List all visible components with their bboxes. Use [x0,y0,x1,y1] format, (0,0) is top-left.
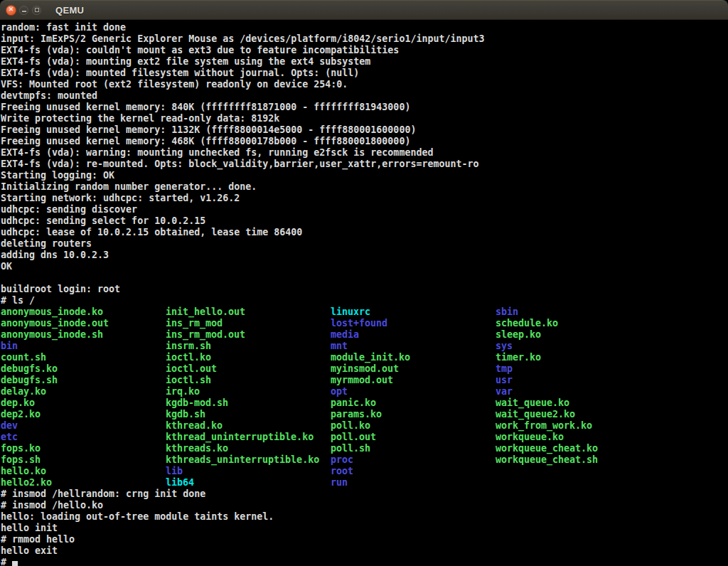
file-entry-exec: ioctl.out [166,363,331,375]
file-entry-exec: poll.out [331,432,496,443]
file-entry-exec: myinsmod.out [331,363,496,375]
maximize-button[interactable] [32,6,41,15]
file-entry-exec: ins_rm_mod.out [166,329,331,341]
ls-output-row: anonymous_inode.outins_rm_modlost+founds… [1,318,728,329]
minimize-button[interactable] [19,6,28,15]
file-entry-exec: sleep.ko [496,329,660,341]
file-entry-dir: tmp [496,363,660,375]
terminal-line: EXT4-fs (vda): re-mounted. Opts: block_v… [1,159,728,170]
file-entry-exec: irq.ko [166,386,331,397]
maximize-icon [35,8,39,12]
terminal-line: # rmmod hello [1,534,728,545]
terminal-line: devtmpfs: mounted [1,90,728,102]
file-entry-exec: panic.ko [331,397,496,409]
file-entry-exec: work_from_work.ko [496,420,660,432]
terminal-cursor [12,561,18,566]
terminal-line: random: fast init done [1,22,728,33]
file-entry-exec: params.ko [331,409,496,420]
terminal-line: hello exit [1,545,728,557]
file-entry-dir: lost+found [331,318,496,329]
file-entry-exec: dep.ko [1,397,166,409]
file-entry-exec: debugfs.ko [1,363,166,375]
file-entry-exec: wait_queue.ko [496,397,660,409]
file-entry-dir: proc [331,454,496,466]
terminal-line: adding dns 10.0.2.3 [1,250,728,261]
file-entry-dir: run [331,477,496,488]
terminal-line: Freeing unused kernel memory: 1132K (fff… [1,124,728,136]
file-entry-exec: workqueue_cheat.ko [496,443,660,454]
file-entry-exec: module_init.ko [331,352,496,363]
ls-output-row: bininsrm.shmntsys [1,341,728,352]
file-entry-dir: sbin [496,306,660,318]
terminal-line: udhcpc: sending discover [1,204,728,215]
file-entry-dir: lib [166,466,331,477]
file-entry-exec: kgdb.sh [166,409,331,420]
terminal-line: EXT4-fs (vda): mounted filesystem withou… [1,68,728,79]
window-title: QEMU [55,5,84,16]
terminal-line: # insmod /hellrandom: crng init done [1,488,728,500]
file-entry-exec: debugfs.sh [1,375,166,386]
file-entry-dir: usr [496,375,660,386]
file-entry-exec: kgdb-mod.sh [166,397,331,409]
file-entry-dir: opt [331,386,496,397]
file-entry-exec: hello2.ko [1,477,166,488]
file-entry-exec: hello.ko [1,466,166,477]
minimize-icon [22,11,26,12]
file-entry-exec: anonymous_inode.out [1,318,166,329]
file-entry-symlink: linuxrc [331,306,496,318]
file-entry-exec: anonymous_inode.sh [1,329,166,341]
terminal-line: Starting network: udhcpc: started, v1.26… [1,193,728,204]
terminal-line: hello: loading out-of-tree module taints… [1,511,728,523]
ls-output-row: count.shioctl.komodule_init.kotimer.ko [1,352,728,363]
file-entry-exec: anonymous_inode.ko [1,306,166,318]
ls-output-row: anonymous_inode.koinit_hello.outlinuxrcs… [1,306,728,318]
file-entry-exec: schedule.ko [496,318,660,329]
ls-output-row: hello2.kolib64run [1,477,728,488]
close-button[interactable]: ✕ [6,5,16,16]
file-entry-dir: media [331,329,496,341]
terminal-line: deleting routers [1,238,728,250]
file-entry-dir: sys [496,341,660,352]
file-entry-symlink: lib64 [166,477,331,488]
file-entry-dir: dev [1,420,166,432]
file-entry-exec: poll.ko [331,420,496,432]
file-entry-exec: fops.ko [1,443,166,454]
file-entry-exec: delay.ko [1,386,166,397]
terminal-line [1,272,728,284]
shell-prompt-line: # [1,557,728,566]
file-entry-exec: kthread.ko [166,420,331,432]
terminal-line: hello init [1,523,728,534]
ls-output-row: delay.koirq.kooptvar [1,386,728,397]
terminal-line: EXT4-fs (vda): couldn't mount as ext3 du… [1,45,728,56]
shell-prompt: # [1,557,12,566]
terminal-line: # ls / [1,295,728,306]
ls-output-row: fops.kokthreads.kopoll.shworkqueue_cheat… [1,443,728,454]
file-entry-dir: etc [1,432,166,443]
file-entry-exec: kthread_uninterruptible.ko [166,432,331,443]
ls-output-row: debugfs.shioctl.shmyrmmod.outusr [1,375,728,386]
terminal-line: buildroot login: root [1,284,728,295]
file-entry-exec: kthreads.ko [166,443,331,454]
terminal-line: # insmod /hello.ko [1,500,728,511]
file-entry-dir: root [331,466,496,477]
ls-output-row: debugfs.koioctl.outmyinsmod.outtmp [1,363,728,375]
file-entry-dir: mnt [331,341,496,352]
file-entry-exec: count.sh [1,352,166,363]
file-entry-exec: dep2.ko [1,409,166,420]
ls-output-row: dep.kokgdb-mod.shpanic.kowait_queue.ko [1,397,728,409]
ls-output-row: hello.kolibroot [1,466,728,477]
ls-output-row: etckthread_uninterruptible.kopoll.outwor… [1,432,728,443]
file-entry-exec: workqueue_cheat.sh [496,454,660,466]
file-entry-exec: kthreads_uninterruptible.ko [166,454,331,466]
qemu-window: ✕ QEMU random: fast init doneinput: ImEx… [0,0,728,566]
file-entry-exec: wait_queue2.ko [496,409,660,420]
file-entry-dir: bin [1,341,166,352]
terminal-line: OK [1,261,728,272]
terminal-line: Write protecting the kernel read-only da… [1,113,728,124]
titlebar[interactable]: ✕ QEMU [0,0,728,20]
terminal-line: EXT4-fs (vda): warning: mounting uncheck… [1,147,728,159]
terminal-line: Initializing random number generator... … [1,181,728,193]
terminal-line: udhcpc: lease of 10.0.2.15 obtained, lea… [1,227,728,238]
terminal-screen[interactable]: random: fast init doneinput: ImExPS/2 Ge… [0,20,728,566]
file-entry-exec: poll.sh [331,443,496,454]
